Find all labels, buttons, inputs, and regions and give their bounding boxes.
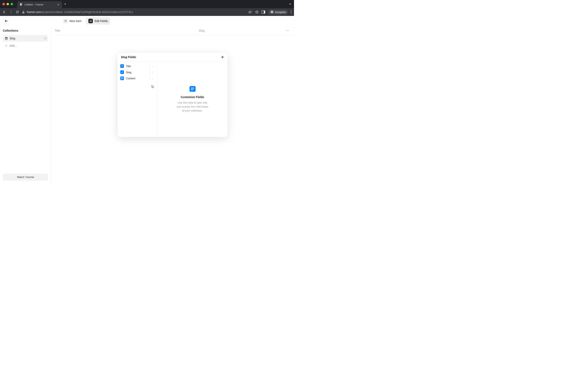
svg-point-6	[291, 10, 291, 11]
edit-fields-label: Edit Fields	[95, 19, 108, 23]
menu-dots-icon[interactable]	[291, 10, 292, 14]
incognito-badge[interactable]: Incognito	[268, 10, 288, 15]
svg-point-10	[286, 30, 286, 31]
new-item-label: New Item	[69, 19, 81, 23]
framer-favicon	[20, 3, 23, 6]
svg-point-4	[270, 12, 272, 13]
add-collection-button[interactable]: Add...	[3, 42, 48, 49]
url-path: /projects/Untitled--mZ98oDWaPJyDRgKHm9n8…	[41, 10, 133, 14]
field-row-content[interactable]: Content ⋮⋮	[119, 75, 156, 81]
collection-count: 0	[44, 37, 46, 40]
content-field-icon	[120, 76, 124, 80]
detail-heading: Customize Fields	[181, 95, 204, 99]
edit-fields-button[interactable]: Edit Fields	[86, 17, 110, 25]
database-icon	[5, 37, 8, 40]
forward-nav-icon[interactable]	[9, 10, 13, 14]
address-bar: framer.com/projects/Untitled--mZ98oDWaPJ…	[0, 8, 294, 16]
tab-bar: Untitled – Framer ✕ +	[0, 0, 294, 8]
fields-modal: blog Fields T Title ⋮⋮	[117, 53, 228, 137]
column-slug: Slug	[199, 29, 285, 32]
main-panel: Title Slug blog Fields T	[51, 26, 294, 184]
sidebar-title: Collections	[3, 29, 48, 32]
svg-point-8	[291, 13, 291, 13]
column-title: Title	[55, 29, 199, 32]
svg-point-9	[5, 37, 7, 38]
text-field-icon: T	[120, 64, 124, 68]
browser-chrome: Untitled – Framer ✕ + framer.com/project…	[0, 0, 294, 16]
collection-item-blog[interactable]: blog 0	[3, 35, 48, 42]
watch-tutorial-button[interactable]: Watch Tutorial	[3, 174, 48, 181]
drag-handle-icon[interactable]: ⋮⋮	[149, 71, 154, 74]
window-close[interactable]	[2, 3, 5, 5]
link-field-icon	[120, 70, 124, 74]
framer-app: New Item Edit Fields Collections blog 0	[0, 16, 294, 184]
lock-icon	[22, 11, 25, 14]
field-row-slug[interactable]: Slug ⋮⋮	[119, 69, 156, 75]
field-name: Content	[126, 77, 135, 80]
more-options-icon[interactable]	[285, 30, 290, 31]
svg-rect-3	[264, 11, 265, 13]
sidebar: Collections blog 0 Add... Watch Tutorial	[0, 26, 51, 184]
url-domain: framer.com	[27, 10, 41, 14]
drag-handle-icon[interactable]: ⋮⋮	[149, 77, 154, 80]
svg-point-12	[288, 30, 289, 31]
edit-icon	[88, 19, 93, 23]
field-detail-panel: Customize Fields Use this view to add, e…	[157, 62, 228, 137]
app-toolbar: New Item Edit Fields	[0, 16, 294, 26]
fields-icon	[190, 86, 196, 92]
collection-name: blog	[10, 37, 15, 40]
incognito-label: Incognito	[275, 11, 286, 14]
url-box[interactable]: framer.com/projects/Untitled--mZ98oDWaPJ…	[22, 10, 246, 14]
svg-rect-0	[22, 12, 25, 13]
window-minimize[interactable]	[7, 3, 9, 5]
window-controls	[2, 3, 13, 5]
add-collection-label: Add...	[9, 44, 17, 47]
field-name: Title	[126, 65, 131, 68]
tab-title: Untitled – Framer	[25, 3, 56, 6]
window-maximize[interactable]	[11, 3, 13, 5]
svg-point-7	[291, 12, 291, 12]
new-tab-button[interactable]: +	[64, 2, 66, 6]
field-row-title[interactable]: T Title ⋮⋮	[119, 63, 156, 69]
modal-title: blog Fields	[121, 55, 136, 59]
svg-point-5	[272, 12, 273, 13]
panel-icon[interactable]	[261, 10, 265, 14]
drag-handle-icon[interactable]: ⋮⋮	[149, 65, 154, 67]
reload-icon[interactable]	[16, 10, 20, 14]
star-icon[interactable]	[255, 10, 259, 14]
back-nav-icon[interactable]	[2, 10, 7, 14]
browser-tab[interactable]: Untitled – Framer ✕	[17, 1, 62, 8]
back-button[interactable]	[3, 17, 10, 25]
field-name: Slug	[126, 71, 131, 74]
detail-text: Use this view to add, edit and reorder t…	[176, 101, 209, 113]
chevron-down-icon[interactable]	[289, 3, 292, 6]
tab-close-icon[interactable]: ✕	[57, 3, 60, 6]
eye-off-icon[interactable]	[248, 10, 252, 14]
table-header: Title Slug	[51, 26, 294, 35]
new-item-button[interactable]: New Item	[61, 17, 84, 25]
add-field-button[interactable]	[221, 56, 224, 58]
plus-icon	[5, 44, 7, 47]
svg-point-11	[287, 30, 288, 31]
field-list: T Title ⋮⋮ Slug ⋮⋮	[117, 62, 157, 137]
plus-icon	[63, 19, 68, 23]
